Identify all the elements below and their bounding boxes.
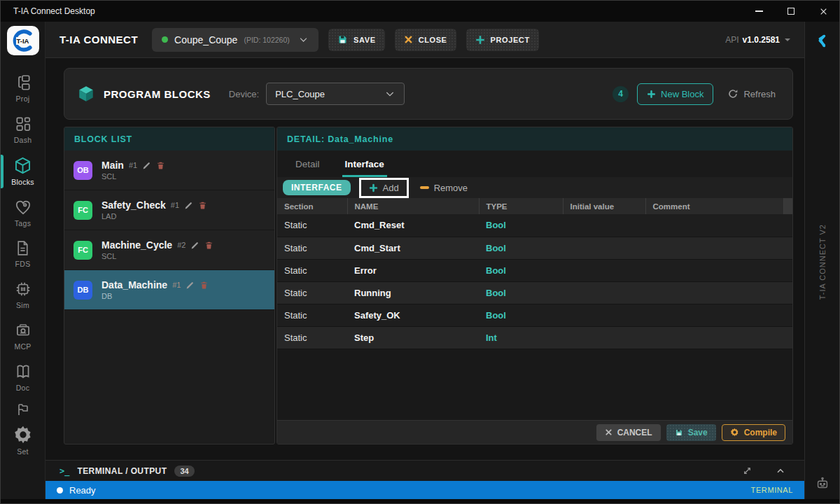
block-item-main[interactable]: OB Main #1 SCL: [64, 150, 274, 190]
delete-trash-icon[interactable]: [204, 241, 214, 250]
table-row[interactable]: Static Step Int: [277, 326, 792, 349]
minus-icon: [420, 186, 429, 189]
app-header: T-IA CONNECT Coupe_Coupe (PID: 102260) S…: [46, 22, 804, 58]
assistant-robot-icon[interactable]: [815, 475, 830, 491]
sidebar-nav: Proj Dash Blocks: [1, 68, 45, 457]
minimize-icon: [755, 10, 763, 12]
delete-trash-icon[interactable]: [156, 161, 165, 170]
sidebar-item-doc[interactable]: Doc: [1, 357, 45, 398]
add-row-button[interactable]: Add: [362, 181, 406, 195]
sim-chip-icon: [14, 280, 32, 298]
chevron-down-icon: [384, 88, 396, 99]
detail-action-bar: CANCEL Save: [277, 420, 792, 444]
sidebar-item-mcp[interactable]: MCP: [1, 316, 45, 357]
detail-save-button[interactable]: Save: [666, 424, 716, 441]
sidebar-item-fds[interactable]: FDS: [1, 234, 45, 274]
connection-dropdown[interactable]: Coupe_Coupe (PID: 102260): [152, 28, 318, 52]
table-row[interactable]: Static Cmd_Reset Bool: [277, 214, 792, 237]
tags-heart-icon: [14, 198, 32, 216]
terminal-prompt-icon: >_: [59, 466, 69, 476]
mcp-icon: [14, 321, 32, 340]
tab-interface[interactable]: Interface: [342, 159, 387, 177]
edit-pencil-icon[interactable]: [142, 161, 151, 170]
fds-document-icon: [14, 239, 31, 257]
table-row[interactable]: Static Safety_OK Bool: [277, 304, 792, 326]
maximize-button[interactable]: [775, 1, 807, 22]
save-button[interactable]: SAVE: [328, 29, 385, 51]
edit-pencil-icon[interactable]: [184, 201, 193, 210]
brand-title: T-IA CONNECT: [59, 34, 138, 46]
project-icon: [14, 74, 32, 92]
new-block-button[interactable]: New Block: [637, 83, 713, 105]
block-item-machine-cycle[interactable]: FC Machine_Cycle #2 SCL: [64, 230, 274, 270]
main-content: PROGRAM BLOCKS Device: PLC_Coupe 4 New B…: [46, 58, 804, 460]
close-window-button[interactable]: [807, 1, 839, 22]
sidebar-item-blocks[interactable]: Blocks: [1, 150, 45, 192]
sidebar-item-dash[interactable]: Dash: [1, 109, 45, 150]
sidebar-item-tags[interactable]: Tags: [1, 192, 45, 234]
doc-book-icon: [14, 363, 32, 381]
sidebar-item-flag[interactable]: [1, 398, 45, 422]
detail-panel: DETAIL: Data_Machine Detail Interface IN…: [276, 127, 793, 444]
save-floppy-icon: [675, 428, 683, 437]
status-dot-icon: [57, 487, 63, 493]
save-floppy-icon: [337, 34, 348, 45]
block-item-safety-check[interactable]: FC Safety_Check #1 LAD: [64, 190, 274, 230]
status-bar: Ready TERMINAL: [46, 481, 804, 499]
app-window: T-IA Connect Desktop T-IA: [0, 0, 840, 504]
collapse-panel-button[interactable]: [815, 32, 830, 49]
expand-icon[interactable]: [742, 465, 752, 476]
terminal-bar[interactable]: >_ TERMINAL / OUTPUT 34: [46, 460, 804, 481]
interface-toolbar: INTERFACE Add Remove: [277, 177, 792, 198]
blocks-cube-icon: [13, 156, 32, 175]
tab-detail[interactable]: Detail: [293, 159, 323, 177]
chevron-up-icon[interactable]: [775, 465, 786, 477]
dashboard-icon: [14, 115, 32, 133]
cancel-button[interactable]: CANCEL: [596, 424, 661, 441]
table-row[interactable]: Static Error Bool: [277, 259, 792, 281]
sidebar-item-set[interactable]: Set: [1, 422, 45, 457]
block-type-badge: FC: [74, 201, 92, 220]
window-bottom-edge: [1, 499, 839, 503]
rail-vertical-label: T-IA CONNECT V2: [818, 224, 827, 300]
block-list-panel: BLOCK LIST OB Main #1 SCL: [64, 127, 275, 444]
edit-pencil-icon[interactable]: [190, 241, 200, 250]
api-version-menu[interactable]: API v1.0.2581: [725, 35, 790, 45]
chevron-left-icon: [815, 32, 830, 49]
window-controls: [743, 1, 839, 22]
flag-icon: [15, 401, 31, 418]
block-count-badge: 4: [612, 86, 629, 102]
table-row[interactable]: Static Cmd_Start Bool: [277, 237, 792, 259]
block-type-badge: OB: [74, 161, 92, 180]
minimize-button[interactable]: [743, 1, 775, 22]
cube-icon: [77, 85, 95, 103]
terminal-count-badge: 34: [174, 465, 194, 477]
close-icon: [819, 7, 828, 16]
detail-header: DETAIL: Data_Machine: [277, 127, 792, 150]
sidebar-item-proj[interactable]: Proj: [1, 68, 45, 109]
left-sidebar: T-IA Proj Dash: [1, 22, 46, 499]
refresh-icon: [727, 88, 738, 99]
close-button[interactable]: CLOSE: [395, 29, 456, 51]
app-logo: T-IA: [7, 26, 39, 55]
project-button[interactable]: PROJECT: [466, 29, 539, 51]
remove-row-button[interactable]: Remove: [417, 183, 470, 193]
table-row[interactable]: Static Running Bool: [277, 281, 792, 304]
block-item-data-machine[interactable]: DB Data_Machine #1 DB: [64, 270, 274, 310]
block-type-badge: FC: [74, 241, 92, 260]
connection-status-icon: [162, 36, 168, 43]
settings-gear-icon: [13, 425, 33, 444]
delete-trash-icon[interactable]: [200, 281, 209, 290]
x-icon: [605, 428, 612, 436]
compile-button[interactable]: Compile: [722, 424, 785, 441]
status-terminal-label[interactable]: TERMINAL: [751, 486, 793, 494]
refresh-button[interactable]: Refresh: [723, 88, 780, 99]
delete-trash-icon[interactable]: [198, 201, 207, 210]
sidebar-item-sim[interactable]: Sim: [1, 274, 45, 316]
block-list-header: BLOCK LIST: [64, 127, 274, 150]
edit-pencil-icon[interactable]: [186, 281, 195, 290]
maximize-icon: [788, 8, 794, 15]
plus-icon: [369, 183, 378, 192]
scrollbar-gutter[interactable]: [783, 198, 792, 214]
device-select[interactable]: PLC_Coupe: [266, 83, 405, 105]
